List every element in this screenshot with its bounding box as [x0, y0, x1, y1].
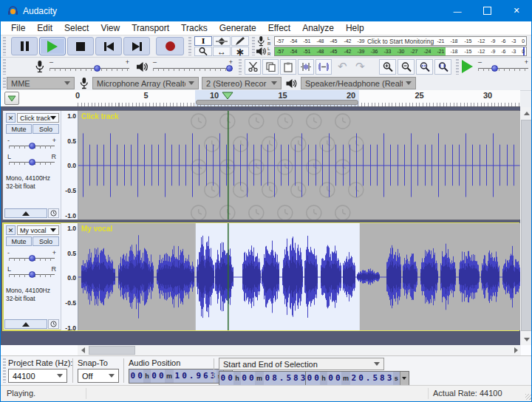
ruler-selection-bar[interactable]: [196, 100, 358, 105]
audio-host-dropdown[interactable]: MME: [7, 77, 75, 89]
skip-to-end-button[interactable]: [123, 37, 150, 55]
menu-file[interactable]: File: [5, 23, 31, 33]
silence-audio-button[interactable]: [316, 59, 332, 75]
trim-audio-button[interactable]: [298, 59, 314, 75]
track-menu-button[interactable]: My vocal: [17, 225, 59, 235]
zoom-out-button[interactable]: [398, 59, 415, 75]
playback-meter[interactable]: -57-54-51-48-45-42-39-36-33-30-27-24-21-…: [274, 47, 527, 56]
draw-tool-button[interactable]: [231, 36, 249, 46]
zoom-to-selection-button[interactable]: [416, 59, 433, 75]
menu-select[interactable]: Select: [58, 23, 95, 33]
play-speed-thumb[interactable]: [491, 65, 498, 72]
play-at-speed-grip[interactable]: [456, 59, 459, 75]
scroll-left-button[interactable]: [78, 345, 88, 355]
horizontal-scrollbar[interactable]: [78, 345, 521, 355]
solo-button[interactable]: Solo: [33, 124, 59, 134]
track-close-button[interactable]: ✕: [6, 113, 16, 123]
mixer-toolbar-grip[interactable]: [3, 59, 6, 75]
zoom-tool-button[interactable]: [194, 47, 212, 56]
audio-position-field[interactable]: 00h00m10.963s: [129, 369, 233, 384]
snap-to-dropdown[interactable]: Off: [78, 369, 119, 383]
play-at-speed-button[interactable]: [462, 60, 473, 73]
record-meter[interactable]: -57-54-51-48-45-42-39-36-33-30-27-24-21-…: [274, 36, 527, 46]
selection-end-field[interactable]: 00h00m20.583s: [305, 371, 409, 386]
gain-slider[interactable]: -+: [9, 142, 55, 149]
gain-slider[interactable]: -+: [9, 254, 55, 262]
meter-toolbar-grip[interactable]: [252, 37, 255, 55]
zoom-in-button[interactable]: [379, 59, 396, 75]
pan-thumb[interactable]: [29, 271, 35, 278]
playback-device-dropdown[interactable]: Speaker/Headphone (Realte: [301, 77, 416, 89]
vertical-scroll-thumb[interactable]: [521, 120, 532, 331]
redo-icon[interactable]: ↷: [355, 60, 365, 73]
menu-help[interactable]: Help: [340, 23, 370, 33]
track-menu-button[interactable]: Click track: [17, 113, 59, 123]
track-amplitude-ruler[interactable]: 1.0 0.5 0.0 -0.5 -1.0: [61, 223, 78, 330]
vertical-scrollbar[interactable]: [520, 107, 532, 345]
menu-tracks[interactable]: Tracks: [175, 23, 214, 33]
play-button[interactable]: [39, 37, 66, 55]
menu-analyze[interactable]: Analyze: [296, 23, 340, 33]
playhead-marker-icon[interactable]: [222, 92, 233, 100]
playback-volume-thumb[interactable]: [226, 65, 233, 72]
recording-volume-thumb[interactable]: [94, 65, 100, 72]
mute-button[interactable]: Mute: [6, 236, 32, 246]
track-amplitude-ruler[interactable]: 1.0 0.5 0.0 -0.5 -1.0: [61, 111, 78, 219]
undo-icon[interactable]: ↶: [338, 60, 347, 73]
recording-device-dropdown[interactable]: Microphone Array (Realtek: [92, 77, 199, 89]
transport-toolbar-grip[interactable]: [3, 37, 6, 55]
collapse-track-button[interactable]: [4, 319, 47, 329]
horizontal-scroll-thumb[interactable]: [89, 346, 135, 355]
record-meter-monitoring-text[interactable]: Click to Start Monitoring: [366, 38, 435, 46]
cut-button[interactable]: [245, 59, 261, 75]
menu-edit[interactable]: Edit: [31, 23, 58, 33]
gain-thumb[interactable]: [29, 255, 35, 262]
menu-effect[interactable]: Effect: [262, 23, 296, 33]
mute-button[interactable]: Mute: [6, 124, 32, 134]
pan-slider[interactable]: LR: [9, 158, 55, 166]
pan-thumb[interactable]: [29, 159, 35, 166]
track-close-button[interactable]: ✕: [6, 225, 16, 235]
title-bar[interactable]: Audacity — ✕: [1, 0, 531, 21]
recording-volume-slider[interactable]: –+: [50, 64, 129, 72]
edit-toolbar-grip[interactable]: [239, 59, 242, 75]
envelope-tool-button[interactable]: [213, 36, 231, 46]
scroll-up-button[interactable]: [520, 107, 532, 119]
paste-button[interactable]: [280, 59, 296, 75]
project-rate-dropdown[interactable]: 44100: [8, 369, 67, 383]
maximize-button[interactable]: [472, 0, 502, 21]
timeshift-tool-button[interactable]: ↔: [213, 47, 231, 56]
selection-toolbar-grip[interactable]: [3, 358, 6, 383]
pan-slider[interactable]: LR: [9, 270, 55, 278]
playback-volume-slider[interactable]: –+: [153, 64, 233, 72]
tools-toolbar-grip[interactable]: [188, 37, 191, 55]
sync-lock-clock-button[interactable]: [48, 208, 59, 218]
recording-channels-dropdown[interactable]: 2 (Stereo) Recor: [202, 77, 282, 89]
play-speed-slider[interactable]: –+: [478, 64, 528, 72]
menu-generate[interactable]: Generate: [214, 23, 262, 33]
sync-lock-clock-button[interactable]: [48, 319, 59, 329]
click-track-waveform[interactable]: [78, 111, 520, 219]
resize-grip[interactable]: [525, 394, 531, 400]
solo-button[interactable]: Solo: [33, 236, 59, 246]
scroll-down-button[interactable]: [520, 333, 532, 345]
selection-mode-dropdown[interactable]: Start and End of Selection: [219, 358, 384, 370]
skip-to-start-button[interactable]: [95, 37, 122, 55]
menu-view[interactable]: View: [95, 23, 126, 33]
stop-button[interactable]: [67, 37, 94, 55]
record-button[interactable]: [156, 37, 184, 55]
scroll-right-button[interactable]: [511, 345, 521, 355]
multi-tool-button[interactable]: ∗: [231, 47, 249, 56]
device-toolbar-grip[interactable]: [3, 78, 6, 89]
collapse-track-button[interactable]: [4, 208, 47, 218]
minimize-button[interactable]: —: [443, 0, 472, 21]
close-button[interactable]: ✕: [502, 0, 531, 21]
gain-thumb[interactable]: [29, 143, 35, 149]
menu-transport[interactable]: Transport: [126, 23, 175, 33]
vocal-track-waveform[interactable]: [78, 223, 520, 330]
pause-button[interactable]: [11, 37, 38, 55]
copy-button[interactable]: [262, 59, 279, 75]
zoom-fit-project-button[interactable]: [434, 59, 451, 75]
timeline-ruler[interactable]: 051015202530: [1, 90, 520, 107]
selection-tool-button[interactable]: I: [194, 36, 212, 46]
